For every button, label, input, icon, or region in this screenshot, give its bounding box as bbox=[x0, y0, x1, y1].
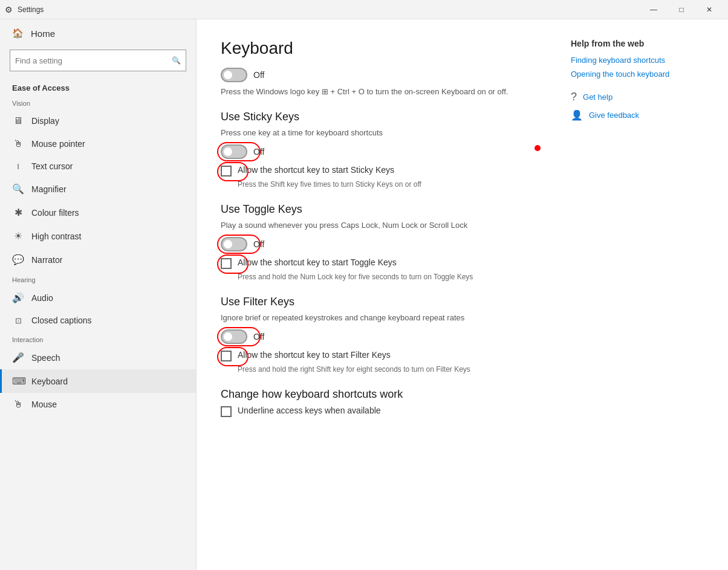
sidebar-item-colour-filters[interactable]: ✱ Colour filters bbox=[0, 201, 196, 224]
get-help-icon: ? bbox=[571, 91, 577, 103]
mouse-icon: 🖱 bbox=[12, 399, 24, 410]
sidebar-item-text-cursor[interactable]: I Text cursor bbox=[0, 155, 196, 177]
sticky-keys-title: Use Sticky Keys bbox=[221, 111, 547, 123]
underline-checkbox-row: Underline access keys when available bbox=[221, 406, 547, 417]
speech-label: Speech bbox=[31, 353, 60, 363]
opening-touch-keyboard-link[interactable]: Opening the touch keyboard bbox=[571, 70, 704, 79]
interaction-section-label: Interaction bbox=[0, 331, 196, 346]
give-feedback-label: Give feedback bbox=[589, 111, 639, 120]
closed-captions-label: Closed captions bbox=[31, 316, 92, 325]
filterkeys-toggle-track bbox=[221, 329, 247, 344]
sidebar: 🏠 Home 🔍 Ease of Access Vision 🖥 Display… bbox=[0, 19, 197, 570]
togglekeys-toggle-row: Off bbox=[221, 237, 547, 251]
title-bar-left: ⚙ Settings bbox=[5, 5, 44, 15]
keyboard-label: Keyboard bbox=[31, 377, 68, 386]
underline-checkbox-label: Underline access keys when available bbox=[238, 406, 381, 415]
mouse-label: Mouse bbox=[31, 400, 57, 409]
sticky-checkbox-row: Allow the shortcut key to start Sticky K… bbox=[221, 165, 547, 177]
filterkeys-checkbox-label: Allow the shortcut key to start Filter K… bbox=[238, 350, 391, 360]
page-title: Keyboard bbox=[221, 39, 547, 58]
sticky-toggle-thumb bbox=[224, 147, 232, 156]
colour-filters-label: Colour filters bbox=[31, 208, 79, 218]
title-bar: ⚙ Settings — □ ✕ bbox=[0, 0, 728, 19]
narrator-label: Narrator bbox=[31, 255, 62, 265]
sidebar-item-mouse-pointer[interactable]: 🖱 Mouse pointer bbox=[0, 132, 196, 155]
togglekeys-toggle-thumb bbox=[224, 240, 232, 248]
magnifier-icon: 🔍 bbox=[12, 183, 24, 195]
close-button[interactable]: ✕ bbox=[695, 0, 723, 19]
help-title: Help from the web bbox=[571, 39, 704, 48]
maximize-button[interactable]: □ bbox=[668, 0, 695, 19]
give-feedback-action[interactable]: 👤 Give feedback bbox=[571, 109, 704, 121]
home-icon: 🏠 bbox=[12, 28, 24, 39]
shortcuts-title: Change how keyboard shortcuts work bbox=[221, 388, 547, 401]
togglekeys-checkbox-label: Allow the shortcut key to start Toggle K… bbox=[238, 257, 397, 267]
search-input[interactable] bbox=[15, 56, 172, 65]
sticky-keys-desc: Press one key at a time for keyboard sho… bbox=[221, 128, 547, 137]
sticky-checkbox-label: Allow the shortcut key to start Sticky K… bbox=[238, 165, 394, 175]
magnifier-label: Magnifier bbox=[31, 184, 67, 194]
high-contrast-icon: ☀ bbox=[12, 230, 24, 242]
main-toggle-thumb bbox=[224, 71, 232, 79]
sticky-checkbox-area: Allow the shortcut key to start Sticky K… bbox=[221, 165, 547, 177]
sticky-toggle-label: Off bbox=[253, 147, 264, 157]
main-toggle-track bbox=[221, 68, 247, 82]
give-feedback-icon: 👤 bbox=[571, 109, 583, 121]
minimize-button[interactable]: — bbox=[640, 0, 668, 19]
filterkeys-checkbox-area: Allow the shortcut key to start Filter K… bbox=[221, 350, 547, 361]
sidebar-item-audio[interactable]: 🔊 Audio bbox=[0, 286, 196, 309]
filterkeys-toggle-label: Off bbox=[253, 332, 264, 342]
ease-of-access-label: Ease of Access bbox=[0, 79, 196, 95]
sidebar-item-magnifier[interactable]: 🔍 Magnifier bbox=[0, 177, 196, 201]
filterkeys-checkbox-row: Allow the shortcut key to start Filter K… bbox=[221, 350, 547, 361]
sticky-toggle-area: Off bbox=[221, 144, 547, 159]
finding-shortcuts-link[interactable]: Finding keyboard shortcuts bbox=[571, 56, 704, 65]
settings-icon: ⚙ bbox=[5, 5, 13, 15]
sidebar-home-button[interactable]: 🏠 Home bbox=[0, 19, 196, 47]
togglekeys-checkbox[interactable] bbox=[221, 258, 232, 269]
sticky-toggle[interactable] bbox=[221, 144, 247, 159]
underline-checkbox[interactable] bbox=[221, 406, 232, 417]
title-bar-title: Settings bbox=[18, 5, 44, 14]
togglekeys-checkbox-sub: Press and hold the Num Lock key for five… bbox=[238, 273, 547, 281]
sidebar-search-box[interactable]: 🔍 bbox=[10, 50, 186, 71]
sticky-checkbox-sub: Press the Shift key five times to turn S… bbox=[238, 180, 547, 189]
main-toggle[interactable] bbox=[221, 68, 247, 82]
sticky-toggle-track bbox=[221, 144, 247, 159]
main-toggle-row: Off bbox=[221, 68, 547, 82]
togglekeys-toggle-track bbox=[221, 237, 247, 251]
filterkeys-checkbox[interactable] bbox=[221, 351, 232, 361]
sticky-checkbox[interactable] bbox=[221, 166, 232, 177]
sticky-toggle-row: Off bbox=[221, 144, 547, 159]
main-toggle-container: Off bbox=[221, 68, 264, 82]
sidebar-item-keyboard[interactable]: ⌨ Keyboard bbox=[0, 369, 196, 393]
text-cursor-label: Text cursor bbox=[31, 161, 73, 171]
keyboard-icon: ⌨ bbox=[12, 375, 24, 387]
sidebar-item-narrator[interactable]: 💬 Narrator bbox=[0, 248, 196, 271]
sidebar-item-mouse[interactable]: 🖱 Mouse bbox=[0, 393, 196, 416]
filterkeys-toggle-thumb bbox=[224, 332, 232, 341]
right-panel: Help from the web Finding keyboard short… bbox=[571, 39, 704, 551]
mouse-pointer-label: Mouse pointer bbox=[31, 139, 85, 149]
togglekeys-toggle[interactable] bbox=[221, 237, 247, 251]
filter-keys-title: Use Filter Keys bbox=[221, 296, 547, 308]
toggle-keys-desc: Play a sound whenever you press Caps Loc… bbox=[221, 221, 547, 230]
colour-filters-icon: ✱ bbox=[12, 207, 24, 218]
sidebar-item-high-contrast[interactable]: ☀ High contrast bbox=[0, 224, 196, 248]
display-label: Display bbox=[31, 116, 59, 126]
get-help-label: Get help bbox=[583, 92, 613, 102]
main-content: Keyboard Off Press the Windows logo key … bbox=[197, 19, 728, 570]
vision-section-label: Vision bbox=[0, 95, 196, 109]
audio-label: Audio bbox=[31, 293, 53, 303]
sidebar-item-display[interactable]: 🖥 Display bbox=[0, 109, 196, 132]
sidebar-item-closed-captions[interactable]: ⊡ Closed captions bbox=[0, 309, 196, 331]
hearing-section-label: Hearing bbox=[0, 271, 196, 286]
get-help-action[interactable]: ? Get help bbox=[571, 91, 704, 103]
filterkeys-toggle[interactable] bbox=[221, 329, 247, 344]
narrator-icon: 💬 bbox=[12, 254, 24, 265]
closed-captions-icon: ⊡ bbox=[12, 316, 24, 325]
main-left: Keyboard Off Press the Windows logo key … bbox=[221, 39, 547, 551]
filterkeys-toggle-row: Off bbox=[221, 329, 547, 344]
high-contrast-label: High contrast bbox=[31, 232, 81, 241]
sidebar-item-speech[interactable]: 🎤 Speech bbox=[0, 346, 196, 369]
